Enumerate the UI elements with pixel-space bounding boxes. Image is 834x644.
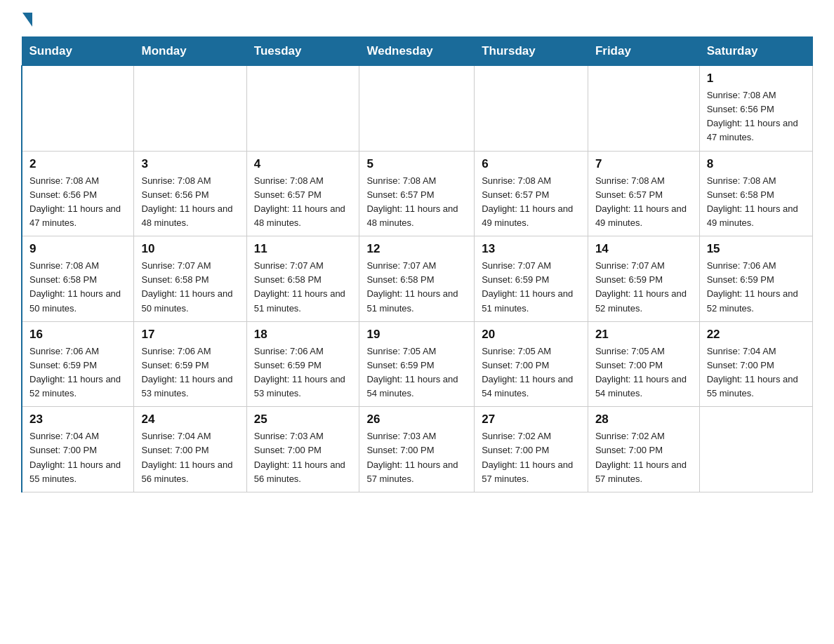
day-cell: 2Sunrise: 7:08 AM Sunset: 6:56 PM Daylig… [22,151,134,236]
day-info: Sunrise: 7:07 AM Sunset: 6:58 PM Dayligh… [141,259,239,316]
day-info: Sunrise: 7:06 AM Sunset: 6:59 PM Dayligh… [141,344,239,401]
day-cell: 1Sunrise: 7:08 AM Sunset: 6:56 PM Daylig… [699,66,812,152]
header-day-friday: Friday [588,37,699,66]
day-info: Sunrise: 7:07 AM Sunset: 6:59 PM Dayligh… [595,259,692,316]
day-cell: 11Sunrise: 7:07 AM Sunset: 6:58 PM Dayli… [246,236,359,322]
day-cell: 3Sunrise: 7:08 AM Sunset: 6:56 PM Daylig… [134,151,246,236]
header-day-thursday: Thursday [475,37,588,66]
day-number: 17 [141,328,239,342]
day-number: 25 [254,412,352,427]
day-cell: 27Sunrise: 7:02 AM Sunset: 7:00 PM Dayli… [475,407,588,492]
day-number: 23 [29,412,126,427]
day-info: Sunrise: 7:02 AM Sunset: 7:00 PM Dayligh… [595,429,692,486]
logo-triangle-icon [22,13,32,27]
day-info: Sunrise: 7:06 AM Sunset: 6:59 PM Dayligh… [29,344,126,401]
week-row-4: 16Sunrise: 7:06 AM Sunset: 6:59 PM Dayli… [22,321,813,407]
day-number: 22 [707,328,805,342]
day-number: 27 [482,412,581,427]
day-info: Sunrise: 7:08 AM Sunset: 6:57 PM Dayligh… [482,174,581,231]
day-cell: 22Sunrise: 7:04 AM Sunset: 7:00 PM Dayli… [699,321,812,407]
day-cell [699,407,812,492]
day-info: Sunrise: 7:03 AM Sunset: 7:00 PM Dayligh… [254,429,352,486]
day-cell: 16Sunrise: 7:06 AM Sunset: 6:59 PM Dayli… [22,321,134,407]
day-number: 18 [254,328,352,342]
day-number: 19 [366,328,467,342]
day-number: 14 [595,242,692,256]
day-info: Sunrise: 7:08 AM Sunset: 6:57 PM Dayligh… [366,174,467,231]
day-cell [134,66,246,152]
week-row-1: 1Sunrise: 7:08 AM Sunset: 6:56 PM Daylig… [22,66,813,152]
header-day-saturday: Saturday [699,37,812,66]
day-number: 5 [366,157,467,171]
day-number: 8 [707,157,805,171]
day-cell: 8Sunrise: 7:08 AM Sunset: 6:58 PM Daylig… [699,151,812,236]
day-number: 13 [482,242,581,256]
day-info: Sunrise: 7:05 AM Sunset: 7:00 PM Dayligh… [595,344,692,401]
day-number: 26 [366,412,467,427]
calendar-body: 1Sunrise: 7:08 AM Sunset: 6:56 PM Daylig… [22,66,813,492]
calendar-table: SundayMondayTuesdayWednesdayThursdayFrid… [21,36,813,492]
day-cell: 7Sunrise: 7:08 AM Sunset: 6:57 PM Daylig… [588,151,699,236]
day-cell: 17Sunrise: 7:06 AM Sunset: 6:59 PM Dayli… [134,321,246,407]
week-row-3: 9Sunrise: 7:08 AM Sunset: 6:58 PM Daylig… [22,236,813,322]
day-info: Sunrise: 7:08 AM Sunset: 6:56 PM Dayligh… [707,88,805,145]
day-number: 15 [707,242,805,256]
day-cell: 5Sunrise: 7:08 AM Sunset: 6:57 PM Daylig… [359,151,475,236]
day-info: Sunrise: 7:02 AM Sunset: 7:00 PM Dayligh… [482,429,581,486]
day-cell: 14Sunrise: 7:07 AM Sunset: 6:59 PM Dayli… [588,236,699,322]
day-info: Sunrise: 7:04 AM Sunset: 7:00 PM Dayligh… [29,429,126,486]
day-cell: 6Sunrise: 7:08 AM Sunset: 6:57 PM Daylig… [475,151,588,236]
day-cell: 19Sunrise: 7:05 AM Sunset: 6:59 PM Dayli… [359,321,475,407]
day-cell: 9Sunrise: 7:08 AM Sunset: 6:58 PM Daylig… [22,236,134,322]
day-info: Sunrise: 7:04 AM Sunset: 7:00 PM Dayligh… [707,344,805,401]
day-info: Sunrise: 7:08 AM Sunset: 6:56 PM Dayligh… [141,174,239,231]
day-number: 4 [254,157,352,171]
day-cell [359,66,475,152]
day-cell: 15Sunrise: 7:06 AM Sunset: 6:59 PM Dayli… [699,236,812,322]
day-info: Sunrise: 7:07 AM Sunset: 6:58 PM Dayligh… [366,259,467,316]
day-number: 24 [141,412,239,427]
day-cell: 18Sunrise: 7:06 AM Sunset: 6:59 PM Dayli… [246,321,359,407]
day-cell: 12Sunrise: 7:07 AM Sunset: 6:58 PM Dayli… [359,236,475,322]
day-number: 12 [366,242,467,256]
day-cell [246,66,359,152]
day-info: Sunrise: 7:05 AM Sunset: 7:00 PM Dayligh… [482,344,581,401]
header-day-sunday: Sunday [22,37,134,66]
day-number: 2 [29,157,126,171]
day-cell: 21Sunrise: 7:05 AM Sunset: 7:00 PM Dayli… [588,321,699,407]
day-info: Sunrise: 7:05 AM Sunset: 6:59 PM Dayligh… [366,344,467,401]
header-day-wednesday: Wednesday [359,37,475,66]
day-info: Sunrise: 7:08 AM Sunset: 6:58 PM Dayligh… [29,259,126,316]
day-cell: 24Sunrise: 7:04 AM Sunset: 7:00 PM Dayli… [134,407,246,492]
day-cell: 4Sunrise: 7:08 AM Sunset: 6:57 PM Daylig… [246,151,359,236]
day-number: 16 [29,328,126,342]
day-number: 28 [595,412,692,427]
day-info: Sunrise: 7:04 AM Sunset: 7:00 PM Dayligh… [141,429,239,486]
header-day-monday: Monday [134,37,246,66]
day-info: Sunrise: 7:06 AM Sunset: 6:59 PM Dayligh… [254,344,352,401]
logo [21,14,32,24]
day-number: 3 [141,157,239,171]
day-cell: 26Sunrise: 7:03 AM Sunset: 7:00 PM Dayli… [359,407,475,492]
day-cell [22,66,134,152]
day-number: 11 [254,242,352,256]
day-cell: 25Sunrise: 7:03 AM Sunset: 7:00 PM Dayli… [246,407,359,492]
header-row: SundayMondayTuesdayWednesdayThursdayFrid… [22,37,813,66]
day-info: Sunrise: 7:03 AM Sunset: 7:00 PM Dayligh… [366,429,467,486]
day-number: 10 [141,242,239,256]
day-number: 20 [482,328,581,342]
week-row-5: 23Sunrise: 7:04 AM Sunset: 7:00 PM Dayli… [22,407,813,492]
week-row-2: 2Sunrise: 7:08 AM Sunset: 6:56 PM Daylig… [22,151,813,236]
day-number: 21 [595,328,692,342]
day-number: 9 [29,242,126,256]
day-info: Sunrise: 7:06 AM Sunset: 6:59 PM Dayligh… [707,259,805,316]
header-day-tuesday: Tuesday [246,37,359,66]
day-cell: 13Sunrise: 7:07 AM Sunset: 6:59 PM Dayli… [475,236,588,322]
day-cell: 10Sunrise: 7:07 AM Sunset: 6:58 PM Dayli… [134,236,246,322]
day-info: Sunrise: 7:07 AM Sunset: 6:58 PM Dayligh… [254,259,352,316]
day-info: Sunrise: 7:08 AM Sunset: 6:56 PM Dayligh… [29,174,126,231]
calendar-header: SundayMondayTuesdayWednesdayThursdayFrid… [22,37,813,66]
page-header [21,14,813,24]
day-info: Sunrise: 7:08 AM Sunset: 6:58 PM Dayligh… [707,174,805,231]
day-cell: 20Sunrise: 7:05 AM Sunset: 7:00 PM Dayli… [475,321,588,407]
